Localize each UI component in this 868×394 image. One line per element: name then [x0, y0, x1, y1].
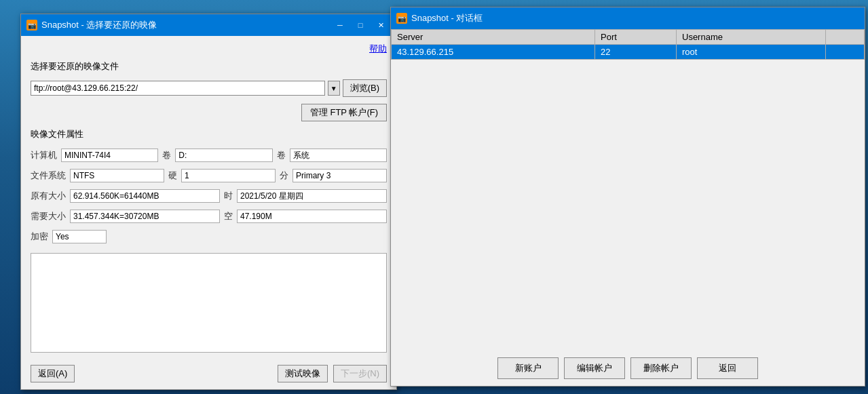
delete-account-button[interactable]: 删除帐户	[630, 357, 692, 379]
window1-controls: ─ □ ✕	[330, 18, 391, 32]
encrypt-key: 加密	[31, 231, 48, 243]
fen-val: Primary 3	[293, 169, 387, 182]
table-header-row: Server Port Username	[392, 30, 865, 45]
maximize-button[interactable]: □	[350, 18, 371, 32]
new-account-button[interactable]: 新账户	[497, 357, 559, 379]
empty-val: 47.190M	[237, 210, 387, 223]
computer-val: MININT-74I4	[61, 149, 158, 162]
edit-account-button[interactable]: 编辑帐户	[564, 357, 625, 379]
window1-title: Snapshot - 选择要还原的映像	[41, 19, 157, 31]
encrypt-row: 加密 Yes	[31, 230, 387, 243]
attrs-row2: 文件系统 NTFS 硬 1 分 Primary 3	[31, 169, 387, 182]
fen-key: 分	[280, 170, 288, 182]
filesystem-key: 文件系统	[31, 170, 66, 182]
window2-icon: 📷	[396, 13, 407, 24]
volume2-val: 系统	[290, 149, 387, 162]
help-row: 帮助	[31, 43, 387, 55]
hard-key: 硬	[168, 170, 177, 182]
col-server: Server	[392, 30, 595, 45]
browse-button[interactable]: 浏览(B)	[343, 79, 387, 97]
col-extra	[826, 30, 865, 45]
table-row[interactable]: 43.129.66.215 22 root	[392, 45, 865, 60]
cell-extra	[826, 45, 865, 60]
col-username: Username	[677, 30, 826, 45]
encrypt-val: Yes	[52, 230, 107, 243]
restore-image-window: 📷 Snapshot - 选择要还原的映像 ─ □ ✕ 帮助 选择要还原的映像文…	[20, 14, 397, 390]
ftp-url-input[interactable]	[31, 81, 325, 96]
close-button[interactable]: ✕	[371, 18, 391, 32]
window1-icon: 📷	[26, 20, 37, 31]
required-size-key: 需要大小	[31, 210, 66, 222]
attrs-row1: 计算机 MININT-74I4 卷 D: 卷 系统	[31, 149, 387, 162]
col-port: Port	[595, 30, 677, 45]
cell-server: 43.129.66.215	[392, 45, 595, 60]
return-button[interactable]: 返回	[697, 357, 758, 379]
server-table-container: Server Port Username 43.129.66.215 22 ro…	[391, 29, 865, 351]
required-size-val: 31.457.344K=30720MB	[70, 210, 220, 223]
dialog-bottom-buttons: 新账户 编辑帐户 删除帐户 返回	[391, 351, 865, 386]
volume1-val: D:	[175, 149, 272, 162]
back-button[interactable]: 返回(A)	[31, 365, 75, 382]
server-table: Server Port Username 43.129.66.215 22 ro…	[391, 29, 865, 60]
hard-val: 1	[181, 169, 276, 182]
minimize-button[interactable]: ─	[330, 18, 350, 32]
manage-ftp-button[interactable]: 管理 FTP 帐户(F)	[301, 104, 387, 121]
window2-title: Snapshot - 对话框	[411, 12, 483, 24]
dialog-window: 📷 Snapshot - 对话框 Server Port Username 43…	[390, 7, 865, 387]
original-size-key: 原有大小	[31, 190, 66, 202]
time-key: 时	[224, 190, 233, 202]
combo-arrow-icon[interactable]: ▼	[328, 81, 340, 96]
computer-key: 计算机	[31, 149, 57, 161]
volume2-key: 卷	[277, 149, 286, 161]
manage-ftp-row: 管理 FTP 帐户(F)	[31, 104, 387, 121]
test-image-button[interactable]: 测试映像	[278, 365, 328, 382]
description-area	[31, 253, 387, 353]
original-size-val: 62.914.560K=61440MB	[70, 189, 220, 203]
file-path-row: ▼ 浏览(B)	[31, 79, 387, 97]
cell-port: 22	[595, 45, 677, 60]
help-button[interactable]: 帮助	[369, 43, 387, 55]
next-button[interactable]: 下一步(N)	[333, 365, 387, 382]
volume1-key: 卷	[162, 149, 171, 161]
right-buttons: 测试映像 下一步(N)	[278, 365, 387, 382]
cell-username: root	[677, 45, 826, 60]
section1-label: 选择要还原的映像文件	[31, 60, 387, 73]
window2-titlebar: 📷 Snapshot - 对话框	[391, 7, 865, 29]
empty-key: 空	[224, 210, 233, 222]
filesystem-val: NTFS	[70, 169, 164, 182]
attrs-label: 映像文件属性	[31, 128, 387, 140]
attrs-row3: 原有大小 62.914.560K=61440MB 时 2021/5/20 星期四	[31, 189, 387, 203]
bottom-buttons: 返回(A) 测试映像 下一步(N)	[31, 362, 387, 382]
window1-body: 帮助 选择要还原的映像文件 ▼ 浏览(B) 管理 FTP 帐户(F) 映像文件属…	[21, 36, 396, 389]
attrs-row4: 需要大小 31.457.344K=30720MB 空 47.190M	[31, 210, 387, 223]
time-val: 2021/5/20 星期四	[237, 189, 387, 203]
window1-titlebar: 📷 Snapshot - 选择要还原的映像 ─ □ ✕	[21, 14, 396, 36]
